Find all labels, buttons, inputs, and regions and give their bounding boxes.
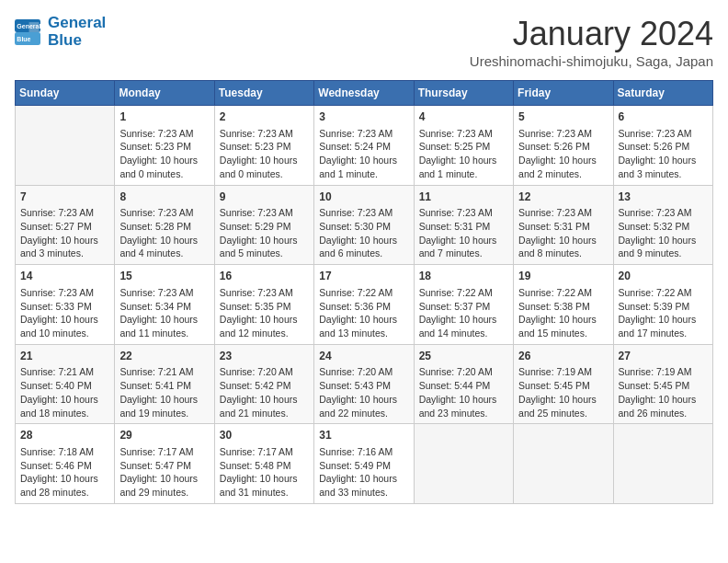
header-wednesday: Wednesday bbox=[314, 81, 414, 106]
calendar-cell: 16Sunrise: 7:23 AMSunset: 5:35 PMDayligh… bbox=[214, 265, 313, 345]
logo-text-blue: Blue bbox=[48, 32, 106, 50]
day-info-line: Daylight: 10 hours bbox=[419, 154, 508, 167]
calendar-cell: 11Sunrise: 7:23 AMSunset: 5:31 PMDayligh… bbox=[414, 185, 513, 265]
header-saturday: Saturday bbox=[613, 81, 712, 106]
calendar-cell: 19Sunrise: 7:22 AMSunset: 5:38 PMDayligh… bbox=[514, 265, 613, 345]
day-number: 23 bbox=[220, 349, 309, 364]
day-info-line: and 4 minutes. bbox=[119, 247, 209, 260]
day-number: 10 bbox=[319, 190, 408, 205]
day-info-line: Sunset: 5:43 PM bbox=[319, 379, 408, 393]
day-number: 6 bbox=[619, 109, 708, 125]
day-info-line: Daylight: 10 hours bbox=[119, 154, 209, 167]
day-info-line: Sunset: 5:45 PM bbox=[619, 379, 708, 393]
calendar-cell: 14Sunrise: 7:23 AMSunset: 5:33 PMDayligh… bbox=[16, 265, 115, 345]
day-info-line: Daylight: 10 hours bbox=[220, 472, 309, 486]
day-number: 20 bbox=[619, 269, 708, 284]
day-info-line: Daylight: 10 hours bbox=[119, 393, 209, 407]
day-info-line: Sunrise: 7:23 AM bbox=[518, 206, 608, 220]
day-info-line: Sunrise: 7:21 AM bbox=[20, 365, 109, 379]
day-info-line: Sunrise: 7:22 AM bbox=[319, 286, 408, 300]
day-info-line: Daylight: 10 hours bbox=[319, 313, 408, 327]
calendar-cell: 29Sunrise: 7:17 AMSunset: 5:47 PMDayligh… bbox=[115, 424, 214, 504]
day-info-line: and 7 minutes. bbox=[419, 247, 508, 260]
day-info-line: and 1 minute. bbox=[319, 167, 408, 181]
day-info-line: Daylight: 10 hours bbox=[619, 313, 708, 327]
calendar-cell: 12Sunrise: 7:23 AMSunset: 5:31 PMDayligh… bbox=[514, 185, 613, 265]
calendar-cell: 21Sunrise: 7:21 AMSunset: 5:40 PMDayligh… bbox=[16, 344, 115, 424]
day-info-line: and 0 minutes. bbox=[119, 167, 209, 181]
day-info-line: and 28 minutes. bbox=[20, 486, 109, 500]
day-number: 29 bbox=[119, 428, 209, 443]
day-info-line: Daylight: 10 hours bbox=[119, 472, 209, 486]
calendar-table: SundayMondayTuesdayWednesdayThursdayFrid… bbox=[15, 80, 713, 504]
calendar-cell: 24Sunrise: 7:20 AMSunset: 5:43 PMDayligh… bbox=[314, 344, 414, 424]
day-info-line: Sunset: 5:33 PM bbox=[20, 300, 109, 314]
day-info-line: and 29 minutes. bbox=[119, 486, 209, 500]
day-info-line: Daylight: 10 hours bbox=[119, 234, 209, 247]
day-info-line: Sunset: 5:44 PM bbox=[419, 379, 508, 393]
day-info-line: Sunrise: 7:20 AM bbox=[220, 365, 309, 379]
day-info-line: Sunrise: 7:22 AM bbox=[518, 286, 608, 300]
header-thursday: Thursday bbox=[414, 81, 513, 106]
calendar-subtitle: Ureshinomachi-shimojuku, Saga, Japan bbox=[470, 53, 713, 69]
day-info-line: Sunset: 5:32 PM bbox=[619, 220, 708, 234]
day-info-line: and 21 minutes. bbox=[220, 407, 309, 420]
day-info-line: Sunrise: 7:23 AM bbox=[220, 286, 309, 300]
day-info-line: Sunset: 5:41 PM bbox=[119, 379, 209, 393]
day-info-line: Sunrise: 7:23 AM bbox=[119, 286, 209, 300]
day-info-line: Sunrise: 7:23 AM bbox=[619, 206, 708, 220]
day-info-line: Sunset: 5:26 PM bbox=[518, 140, 608, 154]
day-info-line: Sunset: 5:23 PM bbox=[220, 140, 309, 154]
day-info-line: and 22 minutes. bbox=[319, 407, 408, 420]
day-number: 13 bbox=[619, 190, 708, 205]
calendar-cell: 15Sunrise: 7:23 AMSunset: 5:34 PMDayligh… bbox=[115, 265, 214, 345]
day-number: 16 bbox=[220, 269, 309, 284]
day-number: 22 bbox=[119, 349, 209, 364]
day-info-line: Sunset: 5:34 PM bbox=[119, 300, 209, 314]
day-info-line: and 18 minutes. bbox=[20, 407, 109, 420]
day-info-line: Sunset: 5:49 PM bbox=[319, 459, 408, 473]
day-info-line: and 17 minutes. bbox=[619, 327, 708, 340]
day-info-line: Sunrise: 7:22 AM bbox=[419, 286, 508, 300]
logo-text-general: General bbox=[48, 15, 106, 32]
day-number: 21 bbox=[20, 349, 109, 364]
calendar-cell bbox=[414, 424, 513, 504]
calendar-cell: 5Sunrise: 7:23 AMSunset: 5:26 PMDaylight… bbox=[514, 106, 613, 186]
day-info-line: Sunrise: 7:22 AM bbox=[619, 286, 708, 300]
calendar-cell: 6Sunrise: 7:23 AMSunset: 5:26 PMDaylight… bbox=[613, 106, 712, 186]
header-tuesday: Tuesday bbox=[214, 81, 313, 106]
day-info-line: Daylight: 10 hours bbox=[419, 393, 508, 407]
logo: General Blue General Blue bbox=[15, 15, 106, 49]
logo-icon: General Blue bbox=[15, 19, 40, 45]
day-info-line: Sunset: 5:28 PM bbox=[119, 220, 209, 234]
calendar-cell: 13Sunrise: 7:23 AMSunset: 5:32 PMDayligh… bbox=[613, 185, 712, 265]
day-info-line: Sunset: 5:37 PM bbox=[419, 300, 508, 314]
day-info-line: and 6 minutes. bbox=[319, 247, 408, 260]
day-number: 4 bbox=[419, 109, 508, 125]
calendar-cell: 22Sunrise: 7:21 AMSunset: 5:41 PMDayligh… bbox=[115, 344, 214, 424]
day-info-line: and 14 minutes. bbox=[419, 327, 508, 340]
day-number: 17 bbox=[319, 269, 408, 284]
calendar-cell bbox=[16, 106, 115, 186]
day-info-line: Daylight: 10 hours bbox=[319, 234, 408, 247]
day-number: 26 bbox=[518, 349, 608, 364]
calendar-cell: 10Sunrise: 7:23 AMSunset: 5:30 PMDayligh… bbox=[314, 185, 414, 265]
day-info-line: and 26 minutes. bbox=[619, 407, 708, 420]
day-info-line: Daylight: 10 hours bbox=[419, 234, 508, 247]
day-info-line: Daylight: 10 hours bbox=[419, 313, 508, 327]
day-info-line: Daylight: 10 hours bbox=[220, 313, 309, 327]
day-info-line: Sunrise: 7:21 AM bbox=[119, 365, 209, 379]
day-info-line: Sunrise: 7:20 AM bbox=[319, 365, 408, 379]
day-info-line: and 12 minutes. bbox=[220, 327, 309, 340]
calendar-cell: 26Sunrise: 7:19 AMSunset: 5:45 PMDayligh… bbox=[514, 344, 613, 424]
day-info-line: and 23 minutes. bbox=[419, 407, 508, 420]
day-number: 28 bbox=[20, 428, 109, 443]
calendar-week-row: 1Sunrise: 7:23 AMSunset: 5:23 PMDaylight… bbox=[16, 106, 713, 186]
day-info-line: and 10 minutes. bbox=[20, 327, 109, 340]
calendar-cell: 27Sunrise: 7:19 AMSunset: 5:45 PMDayligh… bbox=[613, 344, 712, 424]
day-number: 18 bbox=[419, 269, 508, 284]
calendar-cell: 30Sunrise: 7:17 AMSunset: 5:48 PMDayligh… bbox=[214, 424, 313, 504]
calendar-header-row: SundayMondayTuesdayWednesdayThursdayFrid… bbox=[16, 81, 713, 106]
calendar-title: January 2024 bbox=[470, 15, 713, 53]
day-info-line: and 9 minutes. bbox=[619, 247, 708, 260]
